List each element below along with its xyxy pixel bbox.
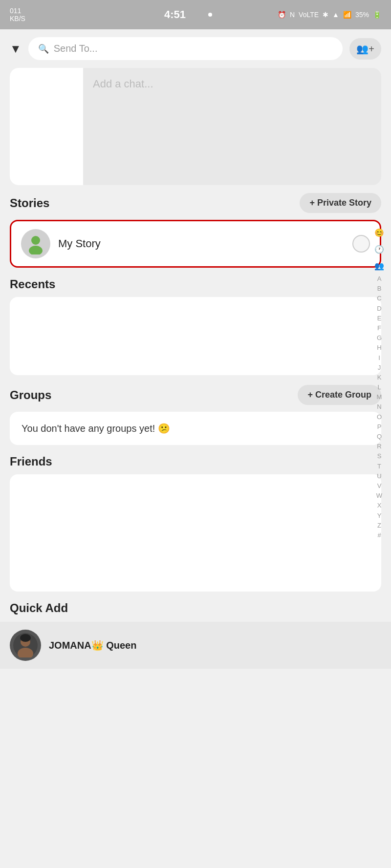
alpha-T[interactable]: T: [377, 462, 381, 471]
alpha-H[interactable]: H: [377, 343, 381, 352]
groups-header: Groups + Create Group: [0, 385, 391, 405]
alpha-O[interactable]: O: [377, 413, 382, 422]
story-radio-button[interactable]: [352, 235, 370, 253]
alpha-D[interactable]: D: [377, 304, 381, 313]
alpha-V[interactable]: V: [377, 482, 382, 490]
my-story-item[interactable]: My Story: [10, 220, 381, 268]
my-story-name: My Story: [58, 237, 101, 250]
alpha-F[interactable]: F: [377, 324, 381, 333]
status-time: 4:51: [164, 8, 186, 21]
alpha-U[interactable]: U: [377, 472, 381, 481]
friends-section: Friends: [0, 455, 391, 592]
alpha-Q[interactable]: Q: [377, 432, 382, 441]
no-groups-box: You don't have any groups yet! 😕: [10, 412, 381, 445]
people-icon[interactable]: 👥: [371, 258, 387, 274]
alpha-P[interactable]: P: [377, 423, 382, 431]
quick-add-title: Quick Add: [0, 601, 391, 615]
stories-section: Stories + Private Story My Story: [0, 193, 391, 268]
add-friends-button[interactable]: 👥+: [349, 38, 381, 60]
signal-icon: 📶: [343, 11, 351, 19]
alpha-S[interactable]: S: [377, 452, 382, 461]
groups-title: Groups: [10, 388, 51, 402]
quick-add-section: Quick Add JOMANA👑 Queen: [0, 601, 391, 669]
alpha-R[interactable]: R: [377, 442, 381, 451]
volte-icon: VoLTE: [299, 11, 319, 19]
battery-percent: 35%: [355, 11, 369, 19]
alpha-Y[interactable]: Y: [377, 511, 382, 520]
svg-point-1: [29, 246, 43, 254]
recents-title: Recents: [0, 277, 391, 291]
status-left: 011KB/S: [10, 7, 25, 22]
status-bar: 4:51 011KB/S ⏰ N VoLTE ✱ ▲ 📶 35% 🔋: [0, 0, 391, 29]
kb-indicator: 011KB/S: [10, 7, 25, 22]
story-left: My Story: [21, 229, 101, 258]
recents-box: [10, 297, 381, 375]
alpha-N[interactable]: N: [377, 402, 381, 411]
clock-icon[interactable]: 🕐: [371, 241, 387, 257]
chevron-down-icon[interactable]: ▼: [10, 42, 22, 56]
battery-icon: 🔋: [373, 11, 381, 19]
chat-right: Add a chat...: [83, 68, 381, 185]
alpha-E[interactable]: E: [377, 314, 382, 323]
alpha-Z[interactable]: Z: [377, 521, 381, 530]
alpha-K[interactable]: K: [377, 373, 382, 382]
quick-add-person[interactable]: JOMANA👑 Queen: [0, 622, 391, 669]
chat-section: Add a chat...: [10, 68, 381, 185]
person-avatar-icon: [13, 633, 38, 657]
alpha-B[interactable]: B: [377, 284, 382, 293]
add-chat-placeholder: Add a chat...: [93, 78, 153, 90]
create-group-label: + Create Group: [307, 390, 371, 400]
nfc-icon: N: [290, 11, 295, 19]
alpha-C[interactable]: C: [377, 294, 381, 303]
alpha-X[interactable]: X: [377, 501, 382, 510]
quick-add-avatar: [10, 630, 41, 661]
no-groups-message: You don't have any groups yet! 😕: [22, 423, 170, 434]
alpha-hash[interactable]: #: [377, 531, 381, 540]
svg-point-0: [31, 236, 40, 245]
create-group-button[interactable]: + Create Group: [298, 385, 381, 405]
stories-header: Stories + Private Story: [0, 193, 391, 213]
top-nav: ▼ 🔍 Send To... 👥+: [0, 29, 391, 68]
alpha-L[interactable]: L: [377, 383, 381, 392]
stories-title: Stories: [10, 196, 49, 210]
alpha-G[interactable]: G: [377, 334, 382, 342]
avatar: [21, 229, 50, 258]
alpha-index: 😊 🕐 👥 A B C D E F G H I J K L M N O P Q …: [371, 225, 387, 540]
alpha-M[interactable]: M: [377, 393, 382, 402]
alpha-J[interactable]: J: [378, 363, 381, 372]
private-story-label: + Private Story: [309, 198, 371, 208]
add-friends-icon: 👥+: [356, 43, 374, 55]
emoji-face-icon[interactable]: 😊: [371, 225, 387, 240]
search-icon: 🔍: [38, 43, 49, 54]
search-bar[interactable]: 🔍 Send To...: [28, 37, 343, 60]
groups-section: Groups + Create Group You don't have any…: [0, 385, 391, 445]
friends-box: [10, 474, 381, 592]
alarm-icon: ⏰: [278, 11, 286, 19]
status-icons: ⏰ N VoLTE ✱ ▲ 📶 35% 🔋: [278, 11, 381, 19]
alpha-A[interactable]: A: [377, 275, 382, 283]
wifi-icon: ▲: [332, 11, 339, 19]
chat-avatar-box: [10, 68, 83, 185]
private-story-button[interactable]: + Private Story: [300, 193, 381, 213]
quick-add-person-name: JOMANA👑 Queen: [49, 639, 136, 651]
main-container: ▼ 🔍 Send To... 👥+ Add a chat... 😊 🕐 👥 A …: [0, 29, 391, 669]
person-silhouette-icon: [25, 233, 46, 254]
alpha-I[interactable]: I: [378, 354, 380, 362]
status-dot: [208, 13, 212, 17]
search-placeholder: Send To...: [54, 43, 98, 54]
alpha-W[interactable]: W: [376, 491, 382, 500]
bluetooth-icon: ✱: [323, 11, 328, 19]
recents-section: Recents: [0, 277, 391, 375]
friends-title: Friends: [0, 455, 391, 468]
svg-point-5: [20, 634, 31, 642]
